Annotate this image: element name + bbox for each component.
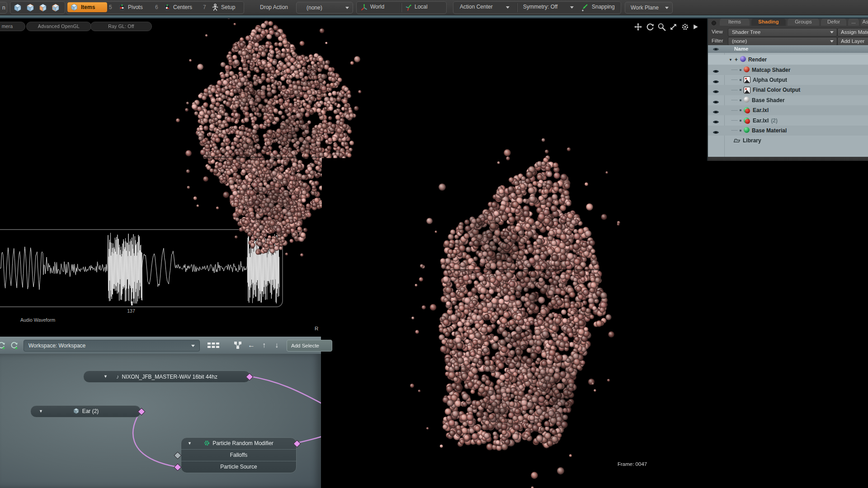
items-shortcut: 5 [109,4,112,10]
clipped-left-label: n [2,2,5,13]
node-tree-icon[interactable] [232,340,243,351]
shader-tree-row-alpha-output[interactable]: Alpha Output [708,75,868,85]
expand-plus-icon[interactable]: + [735,56,738,63]
gear-icon[interactable] [681,23,689,31]
nav-up-icon[interactable]: ↑ [259,340,269,351]
frame-counter: Frame: 0047 [618,461,647,467]
tab-assembly-clipped[interactable]: Ass [861,18,868,26]
audio-node-title: NIXON_JFB_MASTER-WAV 16bit 44hz [122,374,217,380]
viewport-more-icon[interactable] [693,23,698,31]
tab-deformers[interactable]: Defor [821,18,846,26]
local-button[interactable]: Local [415,4,428,10]
nav-down-icon[interactable]: ↓ [271,340,282,351]
viewport-camera-tab[interactable]: mera [0,22,25,31]
layer-label: Base Shader [752,97,785,103]
base-shader-sphere-icon [744,96,750,104]
layer-label: Matcap Shader [752,67,790,73]
assign-material-button[interactable]: Assign Mate [837,28,868,37]
items-mode-button[interactable]: Items [67,2,107,12]
viewport-raygl-tab[interactable]: Ray GL: Off [90,22,152,31]
zoom-icon[interactable] [657,23,666,31]
world-button[interactable]: World [370,4,384,10]
shader-tree-row-base-material[interactable]: Base Material [708,126,868,136]
schematic-graph-area[interactable]: ▼ ♪NIXON_JFB_MASTER-WAV 16bit 44hz ▼ Ear… [0,354,321,488]
audio-file-node[interactable]: ▼ ♪NIXON_JFB_MASTER-WAV 16bit 44hz [83,371,250,383]
visibility-eye-icon[interactable] [712,88,719,96]
shader-tree-row-base-shader[interactable]: Base Shader [708,95,868,105]
audio-waveform-panel[interactable] [0,229,283,307]
chevron-down-icon [830,40,834,42]
image-map-icon [744,107,750,113]
divider [401,3,401,12]
refresh-workspace-icon[interactable] [0,340,7,351]
particle-modifier-title-row[interactable]: Particle Random Modifier [181,438,296,449]
particle-random-modifier-node[interactable]: ▼ Particle Random Modifier Falloffs Part… [181,437,297,473]
visibility-eye-icon[interactable] [712,67,719,75]
playhead-tick[interactable] [131,301,133,305]
visibility-eye-icon[interactable] [712,98,719,106]
pan-icon[interactable] [634,23,642,31]
viewport-control-icons [634,21,705,32]
visibility-eye-icon[interactable] [712,78,719,86]
expand-arrow-icon[interactable]: ▼ [729,58,732,62]
nav-left-icon[interactable]: ← [246,340,257,351]
view-label: View [712,29,723,34]
waveform-position-label: 137 [121,308,141,314]
visibility-eye-icon[interactable] [712,118,719,126]
tree-branch-node [740,109,741,111]
falloffs-input-row[interactable]: Falloffs [181,450,296,461]
drop-action-dropdown[interactable]: (none) [296,2,353,14]
axis-mode-group: World Local [356,1,447,14]
add-layer-button[interactable]: Add Layer [837,37,868,46]
ear-node-title: Ear (2) [82,408,99,414]
tab-shading[interactable]: Shading [751,18,786,26]
maximize-icon[interactable] [669,23,678,31]
ear-mesh-node[interactable]: ▼ Ear (2) [30,405,141,418]
chevron-down-icon [191,345,195,347]
work-plane-dropdown[interactable]: Work Plane [625,2,673,14]
pivots-icon [118,4,126,14]
centers-shortcut: 7 [203,4,206,10]
shader-tree-row-library[interactable]: Library [708,136,868,145]
shader-tree-row-ear-lxl[interactable]: Ear.lxl [708,105,868,115]
visibility-eye-icon[interactable] [712,128,719,136]
toolbar-divider-strip [0,15,868,19]
layer-label: Final Color Output [753,87,800,93]
pivots-mode-button[interactable]: Pivots [116,2,152,12]
edges-mode-icon[interactable] [26,3,35,14]
layout-grid-icon[interactable] [204,340,226,351]
material-sphere-icon [744,127,750,135]
clipped-left-button[interactable]: n [0,2,7,14]
orbit-icon[interactable] [646,23,654,31]
viewport-opengl-tab[interactable]: Advanced OpenGL [26,22,91,31]
polygons-mode-icon[interactable] [38,3,47,14]
filter-dropdown[interactable]: (none) [728,37,837,46]
workspace-dropdown[interactable]: Workspace: Workspace [24,340,200,352]
symmetry-dropdown[interactable]: Symmetry: Off [523,4,557,10]
panel-collapse-dot[interactable] [712,21,716,25]
visibility-eye-icon[interactable] [712,108,719,116]
snapping-icon[interactable] [581,4,589,14]
snapping-button[interactable]: Snapping [592,4,615,10]
setup-mode-button[interactable]: Setup [209,2,242,12]
shader-tree-row-render[interactable]: ▼+Render [708,55,868,65]
shader-panel-footer [708,157,868,161]
viewport-r-overlay: R [315,326,318,331]
tab-overflow[interactable]: ... [848,18,859,26]
tree-branch-node [740,89,741,91]
new-workspace-icon[interactable] [9,340,20,351]
view-dropdown[interactable]: Shader Tree [728,28,837,37]
chevron-down-icon [830,31,834,33]
tab-items[interactable]: Items [720,18,750,26]
tab-groups[interactable]: Groups [788,18,819,26]
materials-mode-icon[interactable] [51,3,60,14]
shader-tree-row-matcap-shader[interactable]: Matcap Shader [708,65,868,75]
action-center-dropdown[interactable]: Action Center [460,4,493,10]
shader-tree-row-final-color-output[interactable]: Final Color Output [708,85,868,95]
particle-source-input-row[interactable]: Particle Source [181,461,296,473]
shader-tree-row-ear-lxl[interactable]: Ear.lxl(2) [708,115,868,125]
vertices-mode-icon[interactable] [13,3,22,14]
centers-mode-button[interactable]: Centers [161,2,200,12]
add-selected-button[interactable]: Add Selecte [287,340,332,352]
pivots-label: Pivots [128,2,143,12]
